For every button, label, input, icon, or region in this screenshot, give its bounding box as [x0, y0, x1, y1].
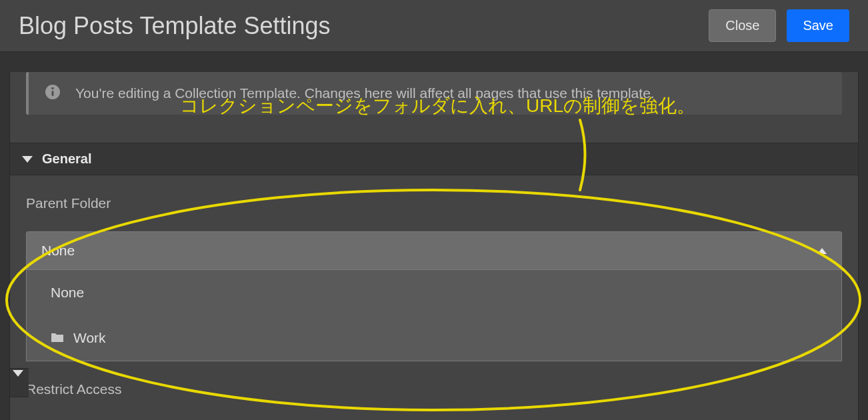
dropdown-option-none[interactable]: None [27, 270, 841, 315]
triangle-up-icon [817, 248, 827, 254]
content-panel: You're editing a Collection Template. Ch… [9, 72, 859, 420]
collapsed-section-header[interactable] [10, 368, 29, 397]
header-buttons: Close Save [709, 9, 849, 42]
parent-folder-label: Parent Folder [26, 195, 842, 211]
parent-folder-dropdown: None Work [26, 270, 842, 361]
notice-text: You're editing a Collection Template. Ch… [75, 85, 655, 101]
template-notice: You're editing a Collection Template. Ch… [26, 72, 842, 115]
dropdown-option-label: Work [73, 330, 106, 346]
info-icon [45, 84, 61, 103]
general-section-header[interactable]: General [10, 143, 858, 175]
settings-header: Blog Posts Template Settings Close Save [0, 0, 868, 52]
restrict-access-label: Restrict Access [10, 361, 858, 397]
svg-rect-1 [52, 91, 54, 96]
general-section-title: General [42, 151, 91, 167]
svg-point-2 [51, 87, 54, 90]
parent-folder-select[interactable]: None [26, 231, 842, 270]
chevron-down-icon [13, 370, 23, 388]
save-button[interactable]: Save [787, 9, 849, 42]
dropdown-option-label: None [51, 285, 84, 301]
chevron-down-icon [22, 156, 33, 163]
close-button[interactable]: Close [709, 9, 776, 42]
content-outer: You're editing a Collection Template. Ch… [0, 72, 868, 420]
page-title: Blog Posts Template Settings [19, 12, 331, 40]
dropdown-option-work[interactable]: Work [27, 315, 841, 361]
parent-folder-field: Parent Folder None None Work [10, 175, 858, 361]
folder-icon [51, 330, 64, 346]
parent-folder-selected: None [41, 243, 75, 259]
